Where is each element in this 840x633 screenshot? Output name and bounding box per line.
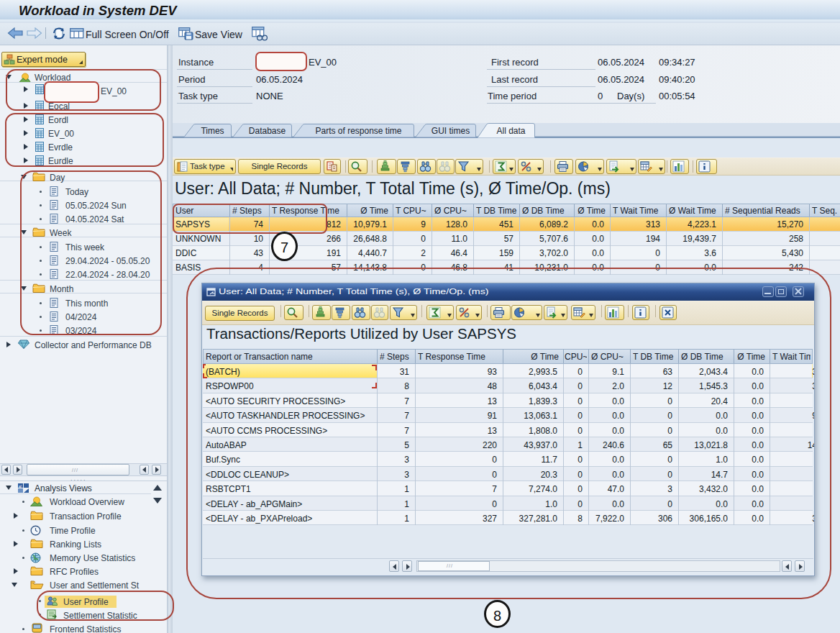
svg-text:Database: Database (249, 126, 286, 136)
svg-text:Times: Times (201, 126, 224, 136)
svg-text:Parts of response time: Parts of response time (315, 126, 401, 136)
svg-text:al: al (19, 484, 22, 488)
svg-text:GUI times: GUI times (432, 126, 470, 136)
svg-text:All data: All data (496, 126, 525, 136)
